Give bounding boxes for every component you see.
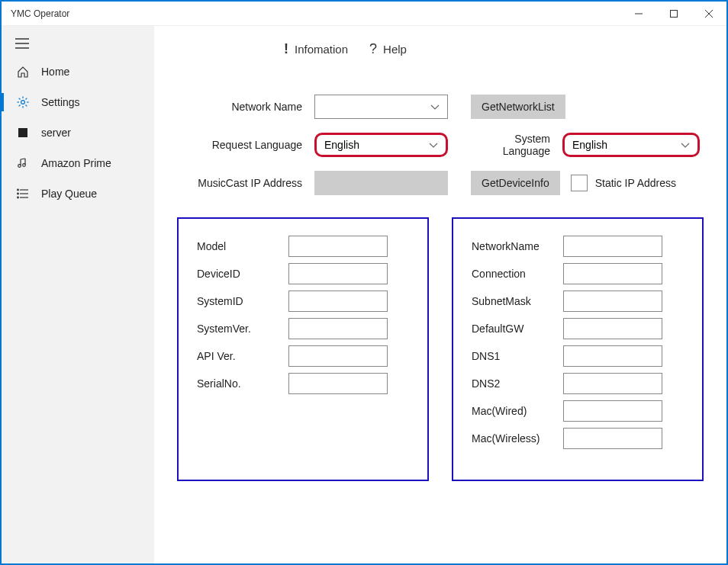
subnetmask-output <box>563 291 662 312</box>
panel-row: NetworkName <box>472 233 684 260</box>
field-label: SystemID <box>197 295 288 307</box>
static-ip-checkbox[interactable] <box>571 175 588 191</box>
static-ip-label: Static IP Address <box>595 177 676 189</box>
musiccast-ip-label: MusicCast IP Address <box>177 177 314 189</box>
svg-rect-1 <box>671 10 678 17</box>
chevron-down-icon <box>681 139 690 151</box>
request-language-label: Request Language <box>177 139 314 151</box>
systemid-output <box>288 291 388 312</box>
panel-row: SerialNo. <box>197 370 409 397</box>
panel-row: SubnetMask <box>472 287 684 315</box>
row-language: Request Language English System Language… <box>177 126 704 164</box>
panel-row: Mac(Wired) <box>472 397 684 425</box>
svg-line-13 <box>26 105 27 107</box>
svg-line-14 <box>26 98 27 100</box>
networkname-output <box>563 236 662 257</box>
get-device-info-button[interactable]: GetDeviceInfo <box>471 171 560 195</box>
panel-row: DeviceID <box>197 260 409 287</box>
svg-line-15 <box>19 105 21 107</box>
system-language-label: System Language <box>471 133 562 157</box>
sidebar-item-label: Play Queue <box>41 188 97 200</box>
button-label: GetNetworkList <box>482 101 555 113</box>
svg-point-22 <box>18 189 19 191</box>
button-label: GetDeviceInfo <box>482 177 549 189</box>
music-icon <box>15 157 31 169</box>
window-controls <box>621 2 726 26</box>
system-language-value: English <box>572 139 607 151</box>
field-label: DeviceID <box>197 268 288 280</box>
field-label: Connection <box>472 268 563 280</box>
app-window: YMC Operator Home <box>0 0 728 565</box>
tab-information[interactable]: ! Infomation <box>284 41 348 57</box>
field-label: SystemVer. <box>197 323 288 335</box>
title-bar: YMC Operator <box>2 2 726 26</box>
svg-rect-16 <box>18 128 27 137</box>
field-label: Model <box>197 240 288 252</box>
dns1-output <box>563 345 662 367</box>
info-panels: Model DeviceID SystemID SystemVer. API V… <box>177 217 704 481</box>
system-language-dropdown[interactable]: English <box>562 133 700 157</box>
network-info-panel: NetworkName Connection SubnetMask Defaul… <box>452 217 704 481</box>
svg-point-7 <box>21 101 25 104</box>
gear-icon <box>15 96 31 108</box>
top-tabs: ! Infomation ? Help <box>177 34 704 72</box>
home-icon <box>15 66 31 78</box>
connection-output <box>563 263 662 284</box>
chevron-down-icon <box>429 139 438 151</box>
deviceid-output <box>288 263 388 284</box>
sidebar-item-amazon-prime[interactable]: Amazon Prime <box>2 148 154 178</box>
network-name-dropdown[interactable] <box>314 95 448 119</box>
field-label: Mac(Wired) <box>472 405 563 417</box>
panel-row: Model <box>197 233 409 260</box>
tab-label: Infomation <box>295 43 348 56</box>
svg-line-12 <box>19 98 21 100</box>
field-label: DNS1 <box>472 350 563 362</box>
chevron-down-icon <box>430 101 440 113</box>
main-content: ! Infomation ? Help Network Name <box>154 26 726 563</box>
field-label: DNS2 <box>472 377 563 390</box>
panel-row: DefaultGW <box>472 315 684 342</box>
minimize-button[interactable] <box>621 2 656 26</box>
serialno-output <box>288 373 388 394</box>
row-ip: MusicCast IP Address GetDeviceInfo Stati… <box>177 164 704 202</box>
panel-row: DNS2 <box>472 370 684 397</box>
tab-help[interactable]: ? Help <box>369 41 407 57</box>
field-label: NetworkName <box>472 240 563 252</box>
request-language-dropdown[interactable]: English <box>314 133 448 157</box>
network-name-label: Network Name <box>177 101 314 113</box>
sidebar-item-label: Home <box>41 66 69 78</box>
systemver-output <box>288 318 388 339</box>
sidebar-item-play-queue[interactable]: Play Queue <box>2 178 154 209</box>
sidebar-item-label: server <box>41 127 71 139</box>
apiver-output <box>288 345 388 367</box>
field-label: SubnetMask <box>472 295 563 307</box>
field-label: SerialNo. <box>197 377 288 390</box>
panel-row: API Ver. <box>197 342 409 370</box>
sidebar: Home Settings server Amazon Prime <box>2 26 154 563</box>
row-network-name: Network Name GetNetworkList <box>177 88 704 126</box>
musiccast-ip-input <box>314 171 448 195</box>
app-body: Home Settings server Amazon Prime <box>2 26 726 563</box>
request-language-value: English <box>324 139 359 151</box>
sidebar-item-server[interactable]: server <box>2 117 154 148</box>
help-icon: ? <box>369 41 377 57</box>
macwired-output <box>563 400 662 422</box>
info-icon: ! <box>284 41 288 57</box>
model-output <box>288 236 388 257</box>
svg-point-18 <box>23 164 26 167</box>
sidebar-item-settings[interactable]: Settings <box>2 87 154 117</box>
get-network-list-button[interactable]: GetNetworkList <box>471 95 565 119</box>
maximize-button[interactable] <box>656 2 691 26</box>
close-button[interactable] <box>691 2 726 26</box>
server-icon <box>15 127 31 138</box>
panel-row: Connection <box>472 260 684 287</box>
macwireless-output <box>563 428 662 449</box>
field-label: API Ver. <box>197 350 288 362</box>
form-area: Network Name GetNetworkList Request Lang… <box>177 72 704 202</box>
sidebar-item-home[interactable]: Home <box>2 56 154 87</box>
sidebar-item-label: Amazon Prime <box>41 157 111 169</box>
panel-row: Mac(Wireless) <box>472 425 684 452</box>
field-label: DefaultGW <box>472 323 563 335</box>
hamburger-button[interactable] <box>2 30 154 56</box>
svg-point-24 <box>18 197 19 198</box>
